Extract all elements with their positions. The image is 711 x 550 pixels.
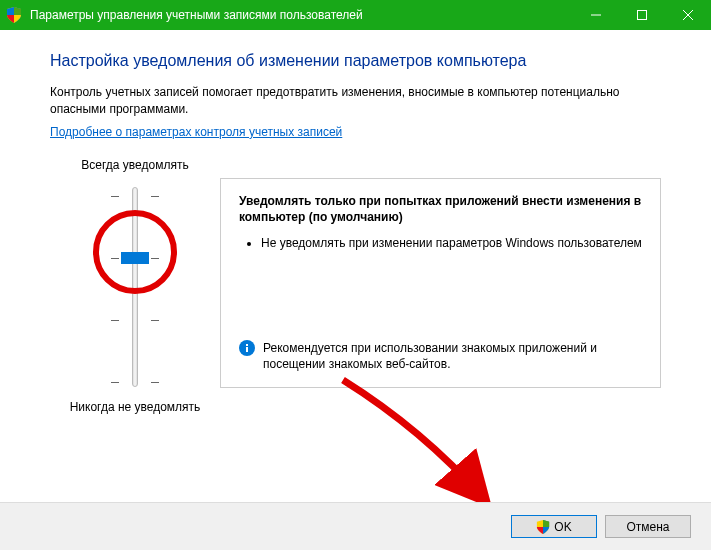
info-icon — [239, 340, 255, 356]
page-heading: Настройка уведомления об изменении парам… — [50, 52, 661, 70]
info-recommendation: Рекомендуется при использовании знакомых… — [239, 340, 642, 372]
slider-column: Всегда уведомлять Никогда не уведомлять — [50, 158, 220, 414]
ok-button-label: OK — [554, 520, 571, 534]
dialog-footer: OK Отмена — [0, 502, 711, 550]
minimize-button[interactable] — [573, 0, 619, 30]
page-description: Контроль учетных записей помогает предот… — [50, 84, 661, 118]
slider-tick — [111, 196, 159, 197]
uac-shield-icon — [536, 520, 550, 534]
close-button[interactable] — [665, 0, 711, 30]
slider-top-label: Всегда уведомлять — [50, 158, 220, 172]
svg-rect-6 — [246, 344, 248, 346]
window-title: Параметры управления учетными записями п… — [30, 8, 573, 22]
notification-info-box: Уведомлять только при попытках приложени… — [220, 178, 661, 388]
window-controls — [573, 0, 711, 30]
slider-thumb[interactable] — [121, 252, 149, 264]
svg-rect-5 — [246, 347, 248, 352]
ok-button[interactable]: OK — [511, 515, 597, 538]
cancel-button[interactable]: Отмена — [605, 515, 691, 538]
titlebar: Параметры управления учетными записями п… — [0, 0, 711, 30]
info-recommendation-text: Рекомендуется при использовании знакомых… — [263, 340, 642, 372]
info-list: Не уведомлять при изменении параметров W… — [239, 235, 642, 258]
info-title: Уведомлять только при попытках приложени… — [239, 193, 642, 225]
uac-shield-icon — [6, 7, 22, 23]
slider-track-wrap — [50, 182, 220, 392]
svg-rect-1 — [638, 11, 647, 20]
learn-more-link[interactable]: Подробнее о параметрах контроля учетных … — [50, 125, 342, 139]
uac-slider[interactable] — [132, 187, 138, 387]
content-area: Настройка уведомления об изменении парам… — [0, 30, 711, 414]
slider-area: Всегда уведомлять Никогда не уведомлять … — [50, 158, 661, 414]
cancel-button-label: Отмена — [626, 520, 669, 534]
maximize-button[interactable] — [619, 0, 665, 30]
info-list-item: Не уведомлять при изменении параметров W… — [261, 235, 642, 252]
slider-bottom-label: Никогда не уведомлять — [50, 400, 220, 414]
slider-tick — [111, 382, 159, 383]
slider-tick — [111, 320, 159, 321]
